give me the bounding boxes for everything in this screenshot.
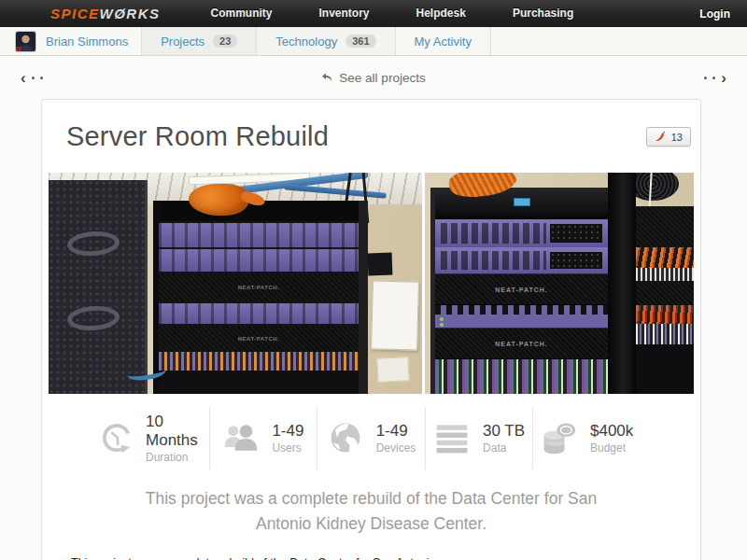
neat-patch-label: NEAT-PATCH. bbox=[238, 285, 280, 290]
nav-item-helpdesk[interactable]: Helpdesk bbox=[403, 0, 479, 27]
projects-count-badge: 23 bbox=[213, 35, 237, 48]
stat-users-label: Users bbox=[272, 441, 303, 455]
photo-orange-plush bbox=[189, 184, 248, 216]
stat-text: 10 Months Duration bbox=[146, 413, 209, 464]
stat-budget: $400k Budget bbox=[532, 407, 641, 469]
photo-server-vents bbox=[159, 303, 359, 324]
spiceworks-logo[interactable]: SPICEWØRKS bbox=[50, 6, 161, 21]
nav-item-inventory[interactable]: Inventory bbox=[306, 0, 383, 27]
stat-data: 30 TB Data bbox=[425, 407, 533, 469]
user-profile-link[interactable]: Brian Simmons bbox=[0, 27, 141, 55]
clock-icon bbox=[102, 419, 134, 456]
photo-neat-patch-panel: NEAT-PATCH. bbox=[159, 273, 359, 301]
data-bars-icon bbox=[433, 419, 471, 456]
photo-rack-post bbox=[608, 173, 636, 394]
project-stats: 10 Months Duration 1-49 Users bbox=[102, 407, 641, 469]
project-photo-left[interactable]: NEAT-PATCH. NEAT-PATCH. bbox=[49, 173, 422, 394]
photo-rack-base bbox=[636, 344, 694, 394]
logo-spice-text: SPICE bbox=[50, 6, 100, 21]
nav-item-purchasing[interactable]: Purchasing bbox=[500, 0, 586, 27]
photo-cable-arcs bbox=[435, 305, 608, 315]
nav-item-community[interactable]: Community bbox=[198, 0, 286, 27]
pager-dot bbox=[704, 77, 707, 79]
top-nav-items: Community Inventory Helpdesk Purchasing bbox=[198, 0, 608, 27]
stat-duration: 10 Months Duration bbox=[102, 407, 209, 469]
photo-server-vents bbox=[159, 249, 359, 272]
tab-technology-label: Technology bbox=[275, 35, 337, 49]
project-photos: NEAT-PATCH. NEAT-PATCH. NEAT-PATC bbox=[42, 173, 700, 394]
stat-budget-value: $400k bbox=[590, 422, 633, 441]
stat-data-label: Data bbox=[483, 441, 525, 455]
photo-second-rack bbox=[636, 206, 694, 394]
logo-works-text: WØRKS bbox=[100, 6, 161, 21]
project-detail-row: This project was a complete rebuild of t… bbox=[42, 537, 700, 560]
tab-my-activity-label: My Activity bbox=[415, 35, 472, 49]
next-project-arrow[interactable]: › bbox=[721, 70, 726, 86]
photo-mixed-cables bbox=[636, 324, 694, 344]
project-header: Server Room Rebuild 13 bbox=[42, 100, 700, 173]
see-all-projects-link[interactable]: See all projects bbox=[321, 71, 425, 85]
photo-neat-patch-panel: NEAT-PATCH. bbox=[435, 273, 608, 305]
photo-orange-cables bbox=[636, 247, 694, 268]
stat-users-value: 1-49 bbox=[272, 422, 303, 441]
neat-patch-label: NEAT-PATCH. bbox=[238, 336, 280, 342]
pager-dot bbox=[32, 77, 35, 79]
technology-count-badge: 361 bbox=[345, 35, 375, 48]
photo-rack-base bbox=[159, 371, 359, 394]
stat-duration-value: 10 Months bbox=[146, 413, 209, 451]
tab-technology[interactable]: Technology 361 bbox=[256, 27, 394, 55]
photo-switch-ports bbox=[550, 224, 602, 243]
login-button[interactable]: Login bbox=[699, 7, 730, 21]
photo-purple-server bbox=[159, 303, 359, 324]
project-pager: ‹ See all projects › bbox=[0, 56, 747, 99]
reply-arrow-icon bbox=[321, 73, 332, 83]
project-description: This project was a complete rebuild of t… bbox=[71, 548, 472, 560]
stat-text: 30 TB Data bbox=[483, 422, 525, 454]
photo-led-lights bbox=[440, 317, 444, 321]
pager-left: ‹ bbox=[21, 70, 43, 86]
stat-text: 1-49 Users bbox=[272, 422, 303, 454]
project-card: Server Room Rebuild 13 bbox=[41, 99, 701, 560]
neat-patch-label: NEAT-PATCH. bbox=[495, 287, 548, 293]
top-nav: SPICEWØRKS Community Inventory Helpdesk … bbox=[0, 0, 747, 27]
avatar bbox=[16, 32, 35, 51]
photo-server-lcd bbox=[514, 198, 530, 206]
photo-switch-ports bbox=[550, 252, 602, 269]
stat-budget-label: Budget bbox=[590, 441, 633, 455]
photo-patch-cables bbox=[159, 352, 359, 371]
photo-server-vents bbox=[159, 223, 359, 247]
photo-switch-slots bbox=[441, 251, 546, 270]
photo-purple-server bbox=[159, 223, 359, 247]
spice-count-button[interactable]: 13 bbox=[646, 127, 691, 147]
tab-my-activity[interactable]: My Activity bbox=[395, 27, 491, 55]
prev-project-arrow[interactable]: ‹ bbox=[21, 70, 26, 86]
stat-text: 1-49 Devices bbox=[376, 422, 416, 454]
sub-nav: Brian Simmons Projects 23 Technology 361… bbox=[0, 27, 747, 56]
photo-main-rack: NEAT-PATCH. NEAT-PATCH. bbox=[430, 188, 608, 394]
photo-white-cables bbox=[636, 268, 694, 281]
tab-projects[interactable]: Projects 23 bbox=[141, 27, 256, 55]
project-summary: This project was a complete rebuild of t… bbox=[129, 486, 614, 537]
photo-patch-cables bbox=[435, 359, 608, 394]
pager-dot bbox=[40, 77, 43, 79]
photo-neat-patch-panel: NEAT-PATCH. bbox=[435, 328, 608, 359]
project-photo-right[interactable]: NEAT-PATCH. NEAT-PATCH. bbox=[425, 173, 694, 394]
stat-duration-label: Duration bbox=[146, 451, 209, 464]
photo-purple-switch-row bbox=[435, 305, 608, 328]
chili-pepper-icon bbox=[655, 131, 667, 143]
tab-projects-label: Projects bbox=[161, 35, 204, 49]
photo-neat-patch-panel: NEAT-PATCH. bbox=[159, 326, 359, 352]
photo-switch-slots bbox=[441, 223, 546, 244]
stat-text: $400k Budget bbox=[590, 422, 633, 454]
users-icon bbox=[222, 419, 260, 456]
photo-red-cables bbox=[636, 305, 694, 324]
photo-papers bbox=[376, 357, 409, 383]
coins-icon bbox=[541, 419, 578, 456]
photo-equipment-rack: NEAT-PATCH. NEAT-PATCH. bbox=[153, 201, 368, 394]
neat-patch-label: NEAT-PATCH. bbox=[495, 341, 548, 347]
photo-purple-server bbox=[159, 249, 359, 272]
stat-devices: 1-49 Devices bbox=[317, 407, 425, 469]
spice-count: 13 bbox=[671, 132, 683, 143]
stat-users: 1-49 Users bbox=[209, 407, 317, 469]
photo-rack-vent bbox=[66, 230, 120, 258]
